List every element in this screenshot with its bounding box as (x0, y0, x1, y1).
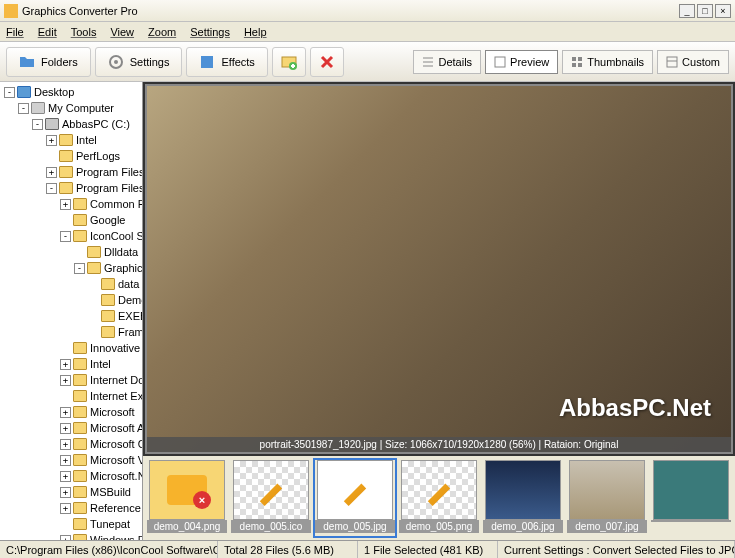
preview-pane[interactable]: AbbasPC.Net portrait-3501987_1920.jpg | … (145, 84, 733, 454)
folder-icon (73, 518, 87, 530)
tree-item[interactable]: -Program Files (x86) (0, 180, 142, 196)
menu-edit[interactable]: Edit (38, 26, 57, 38)
folder-icon (73, 230, 87, 242)
collapse-icon[interactable]: - (18, 103, 29, 114)
drive-icon (45, 118, 59, 130)
collapse-icon[interactable]: - (74, 263, 85, 274)
preview-view-button[interactable]: Preview (485, 50, 558, 74)
svg-rect-7 (578, 57, 582, 61)
expand-icon[interactable]: + (60, 375, 71, 386)
tree-item[interactable]: Dlldata (0, 244, 142, 260)
tree-item[interactable]: -Graphics Converter Pro (0, 260, 142, 276)
expand-icon[interactable]: + (60, 455, 71, 466)
tree-item[interactable]: +Common Files (0, 196, 142, 212)
tree-item[interactable]: EXEBuilder (0, 308, 142, 324)
expand-icon[interactable]: + (60, 423, 71, 434)
thumbnail-label: demo_005.jpg (315, 520, 395, 533)
collapse-icon[interactable]: - (46, 183, 57, 194)
menu-view[interactable]: View (110, 26, 134, 38)
expand-icon[interactable]: + (60, 471, 71, 482)
expand-icon[interactable]: + (46, 167, 57, 178)
folder-icon (73, 342, 87, 354)
tree-item[interactable]: -AbbasPC (C:) (0, 116, 142, 132)
tree-spacer (60, 215, 71, 226)
menu-zoom[interactable]: Zoom (148, 26, 176, 38)
tree-item-label: AbbasPC (C:) (62, 118, 130, 130)
expand-icon[interactable]: + (46, 135, 57, 146)
tree-item[interactable]: +Intel (0, 356, 142, 372)
tree-item[interactable]: +Reference Assemblies (0, 500, 142, 516)
tree-item[interactable]: -IconCool Software (0, 228, 142, 244)
tree-item[interactable]: +Microsoft Office (0, 436, 142, 452)
thumbnail[interactable]: demo_005.png (399, 460, 479, 536)
expand-icon[interactable]: + (60, 487, 71, 498)
effects-button[interactable]: Effects (186, 47, 267, 77)
thumbnail[interactable]: demo_005.jpg (315, 460, 395, 536)
tree-item[interactable]: +Microsoft.NET (0, 468, 142, 484)
tree-item[interactable]: Frame (0, 324, 142, 340)
collapse-icon[interactable]: - (32, 119, 43, 130)
folder-icon (101, 326, 115, 338)
tree-item[interactable]: Tunepat (0, 516, 142, 532)
thumbnail[interactable]: ×demo_004.png (147, 460, 227, 536)
folder-icon (59, 166, 73, 178)
statusbar: C:\Program Files (x86)\IconCool Software… (0, 540, 735, 558)
tree-item[interactable]: +Microsoft Analysis Services (0, 420, 142, 436)
tree-item[interactable]: +MSBuild (0, 484, 142, 500)
tree-item[interactable]: data (0, 276, 142, 292)
tree-item[interactable]: -Desktop (0, 84, 142, 100)
folders-button[interactable]: Folders (6, 47, 91, 77)
collapse-icon[interactable]: - (4, 87, 15, 98)
tree-item[interactable]: Demo (0, 292, 142, 308)
folder-icon (73, 198, 87, 210)
expand-icon[interactable]: + (60, 535, 71, 541)
folder-icon (59, 182, 73, 194)
thumbnail[interactable]: demo_005.ico (231, 460, 311, 536)
menu-settings[interactable]: Settings (190, 26, 230, 38)
tree-item[interactable]: +Microsoft (0, 404, 142, 420)
maximize-button[interactable]: □ (697, 4, 713, 18)
folder-icon (59, 134, 73, 146)
thumbnail[interactable]: demo_007.jpg (567, 460, 647, 536)
expand-icon[interactable]: + (60, 439, 71, 450)
tree-item[interactable]: +Windows Defender (0, 532, 142, 540)
tree-item[interactable]: +Internet Download Manager (0, 372, 142, 388)
menu-tools[interactable]: Tools (71, 26, 97, 38)
expand-icon[interactable]: + (60, 199, 71, 210)
expand-icon[interactable]: + (60, 359, 71, 370)
thumbnail[interactable] (651, 460, 731, 536)
folder-tree[interactable]: -Desktop-My Computer-AbbasPC (C:)+IntelP… (0, 82, 143, 540)
tree-item[interactable]: +Program Files (0, 164, 142, 180)
expand-icon[interactable]: + (60, 503, 71, 514)
menu-file[interactable]: File (6, 26, 24, 38)
tree-item[interactable]: PerfLogs (0, 148, 142, 164)
tree-spacer (88, 327, 99, 338)
add-button[interactable] (272, 47, 306, 77)
custom-icon (666, 56, 678, 68)
folder-icon (87, 246, 101, 258)
thumbnail[interactable]: demo_006.jpg (483, 460, 563, 536)
tree-item[interactable]: Internet Explorer (0, 388, 142, 404)
tree-item[interactable]: -My Computer (0, 100, 142, 116)
thumbnails-view-button[interactable]: Thumbnails (562, 50, 653, 74)
tree-item-label: Graphics Converter Pro (104, 262, 143, 274)
tree-item[interactable]: +Intel (0, 132, 142, 148)
menu-help[interactable]: Help (244, 26, 267, 38)
tree-item[interactable]: Google (0, 212, 142, 228)
close-button[interactable]: × (715, 4, 731, 18)
custom-view-button[interactable]: Custom (657, 50, 729, 74)
thumbnail-strip[interactable]: ×demo_004.pngdemo_005.icodemo_005.jpgdem… (143, 456, 735, 540)
expand-icon[interactable]: + (60, 407, 71, 418)
desktop-icon (17, 86, 31, 98)
minimize-button[interactable]: _ (679, 4, 695, 18)
tree-item[interactable]: +Microsoft Visual Studio 8 (0, 452, 142, 468)
thumbnail-label: demo_005.png (399, 520, 479, 533)
tree-item[interactable]: Innovative Solutions (0, 340, 142, 356)
settings-button[interactable]: Settings (95, 47, 183, 77)
details-view-button[interactable]: Details (413, 50, 481, 74)
thumbnail-image (317, 460, 393, 520)
delete-button[interactable] (310, 47, 344, 77)
titlebar: Graphics Converter Pro _ □ × (0, 0, 735, 22)
collapse-icon[interactable]: - (60, 231, 71, 242)
tree-item-label: Microsoft Analysis Services (90, 422, 143, 434)
